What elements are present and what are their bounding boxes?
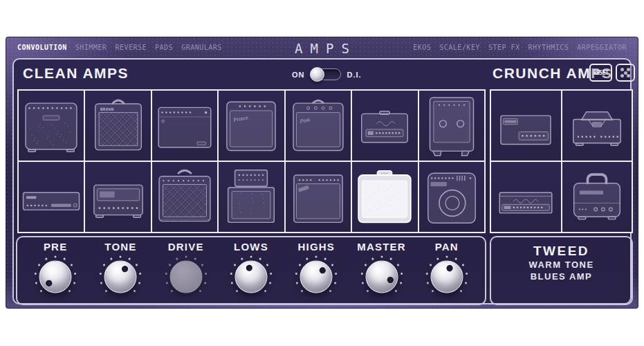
knob-tick <box>396 264 399 266</box>
nav-item-granulars[interactable]: GRANULARS <box>181 44 222 51</box>
nav-right-group: EKOSSCALE/KEYSTEP FXRHYTHMICSARPEGGIATOR <box>413 44 627 51</box>
amp-cell-deluxe-combo[interactable] <box>286 162 351 232</box>
knob-tick <box>324 257 326 260</box>
knob-tick <box>105 289 108 292</box>
amp-cell-tall-cab[interactable] <box>419 91 484 161</box>
knob-drive[interactable] <box>163 253 210 300</box>
di-toggle-knob[interactable] <box>310 67 324 82</box>
rack-preamp-icon <box>20 164 82 230</box>
knob-tick <box>425 273 427 275</box>
dice-five-icon[interactable] <box>616 64 635 82</box>
knob-unit-lows: LOWS <box>221 241 282 300</box>
screenshot-stage: CONVOLUTIONSHIMMERREVERSEPADSGRANULARS A… <box>0 0 644 346</box>
knob-face-pre[interactable] <box>39 261 72 293</box>
blues-head-icon <box>353 93 416 158</box>
jc-combo-icon <box>20 93 82 158</box>
nav-item-shimmer[interactable]: SHIMMER <box>75 44 107 51</box>
amp-cell-silver-combo[interactable] <box>152 91 217 161</box>
reset-button[interactable]: RESET <box>589 64 612 82</box>
princeton-combo-icon: Prince <box>220 93 282 158</box>
amp-cell-jc-combo[interactable] <box>19 91 84 161</box>
knob-label-pre: PRE <box>44 241 67 253</box>
knob-tick <box>165 273 167 275</box>
knob-tick <box>429 264 432 266</box>
toggle-di-label: D.I. <box>347 71 362 79</box>
knob-tick <box>233 264 236 266</box>
amp-cell-half-stack[interactable] <box>219 162 284 232</box>
nav-item-rhythmics[interactable]: RHYTHMICS <box>528 44 569 51</box>
amp-cell-blues-head[interactable] <box>352 91 417 161</box>
knob-tick <box>100 273 102 275</box>
knob-tick <box>176 257 178 260</box>
silver-combo-icon <box>154 93 216 158</box>
knob-tick <box>466 273 468 275</box>
knob-tick <box>371 257 374 260</box>
clean-amps-grid: BROWN Prince Pink <box>17 89 486 233</box>
nav-item-ekos[interactable]: EKOS <box>413 44 431 51</box>
knob-tick <box>40 289 43 292</box>
amp-cell-display-head[interactable] <box>85 162 150 232</box>
knob-unit-pre: PRE <box>25 241 86 300</box>
knob-tick <box>139 273 141 275</box>
amp-cell-hiwatt-head[interactable] <box>491 91 561 161</box>
nav-item-convolution[interactable]: CONVOLUTION <box>17 44 67 51</box>
knob-face-highs[interactable] <box>300 261 333 293</box>
amp-cell-slo-head[interactable] <box>562 162 632 232</box>
nav-item-arpeggiator[interactable]: ARPEGGIATOR <box>577 44 627 51</box>
amp-cell-diamond-combo[interactable] <box>152 162 217 232</box>
nav-item-reverse[interactable]: REVERSE <box>115 44 147 51</box>
knob-tone[interactable] <box>97 253 144 300</box>
knob-master[interactable] <box>358 253 405 300</box>
knob-tick <box>55 256 57 258</box>
knob-tick <box>364 264 367 266</box>
knob-tick <box>138 282 141 284</box>
knob-pre[interactable] <box>32 253 79 300</box>
selected-amp-name: TWEED <box>491 244 632 259</box>
amp-cell-cube-combo[interactable] <box>419 162 484 232</box>
knob-label-pan: PAN <box>435 241 459 253</box>
knob-tick <box>269 282 272 284</box>
knob-face-drive[interactable] <box>169 261 202 293</box>
amp-cell-pink-combo[interactable]: Pink <box>286 91 351 161</box>
knob-tick <box>329 289 332 292</box>
nav-item-step-fx[interactable]: STEP FX <box>488 44 520 51</box>
amp-cell-tweed-combo[interactable] <box>352 162 417 232</box>
knob-tick <box>185 256 187 258</box>
knob-lows[interactable] <box>228 253 275 300</box>
knob-tick <box>380 256 383 258</box>
knob-tick <box>270 273 272 275</box>
amp-cell-rack-preamp[interactable] <box>19 162 84 232</box>
selected-amp-panel: TWEED WARM TONE BLUES AMP <box>490 236 633 305</box>
knob-tick <box>459 289 462 292</box>
page-title: AMPS <box>287 41 357 56</box>
knob-pan[interactable] <box>423 253 470 300</box>
nav-item-pads[interactable]: PADS <box>155 44 173 51</box>
knob-tick <box>68 289 71 292</box>
knob-tick <box>431 289 434 292</box>
knob-tick <box>461 264 464 266</box>
knob-tick <box>299 264 302 266</box>
knob-label-master: MASTER <box>357 241 406 253</box>
knob-unit-pan: PAN <box>416 241 477 300</box>
knob-tick <box>129 257 131 260</box>
knob-panel: PRETONEDRIVELOWSHIGHSMASTERPAN <box>16 236 486 305</box>
knob-tick <box>136 264 138 266</box>
amp-cell-plexi-head[interactable] <box>491 162 561 232</box>
v-head-icon <box>566 93 628 158</box>
slo-head-icon <box>566 164 628 230</box>
amp-cell-brown-combo[interactable]: BROWN <box>85 91 150 161</box>
knob-highs[interactable] <box>293 253 340 300</box>
knob-tick <box>361 282 364 284</box>
toggle-on-label: ON <box>292 71 305 79</box>
knob-face-tone[interactable] <box>104 261 137 293</box>
amp-cell-v-head[interactable] <box>562 91 632 161</box>
hiwatt-head-icon <box>495 93 557 158</box>
knob-tick <box>389 257 392 260</box>
nav-item-scale-key[interactable]: SCALE/KEY <box>439 44 480 51</box>
knob-tick <box>306 257 309 260</box>
knob-tick <box>103 264 106 266</box>
knob-tick <box>201 264 203 266</box>
amp-cell-princeton-combo[interactable]: Prince <box>219 91 284 161</box>
knob-face-master[interactable] <box>365 261 398 293</box>
di-toggle[interactable] <box>311 69 341 80</box>
